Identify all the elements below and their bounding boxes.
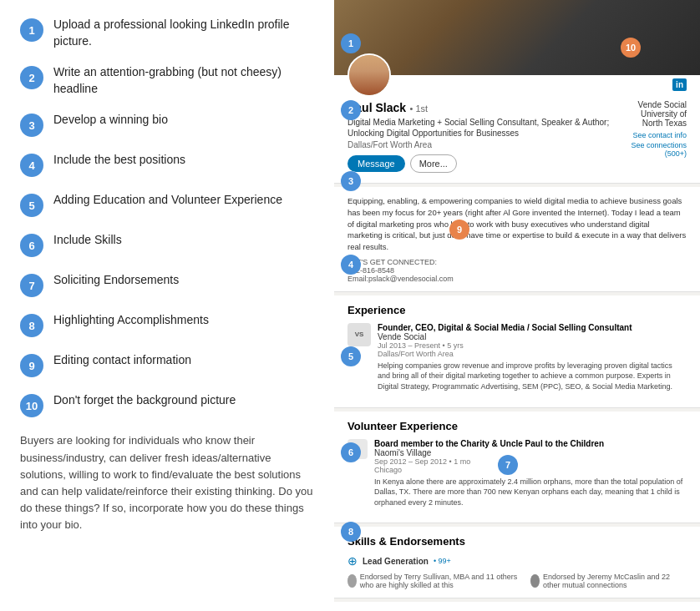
vol-org: Naomi's Village — [374, 448, 687, 457]
experience-item: VS Founder, CEO, Digital & Social Media … — [347, 323, 687, 392]
skill-name: Lead Generation — [363, 557, 429, 566]
about-text: Equipping, enabling, & empowering compan… — [347, 195, 687, 253]
list-item-1: 1 Upload a professional looking LinkedIn… — [20, 17, 314, 49]
list-item-6: 6 Include Skills — [20, 232, 314, 257]
list-text: Editing contact information — [53, 352, 191, 369]
badge-1: 1 — [341, 33, 361, 53]
exp-location: Dallas/Fort Worth Area — [378, 350, 687, 358]
profile-header-bg — [334, 0, 700, 75]
left-panel: 1 Upload a professional looking LinkedIn… — [0, 0, 334, 611]
profile-university: University of North Texas — [627, 109, 687, 128]
skills-section: Skills & Endorsements ⊕ Lead Generation … — [334, 527, 700, 598]
skills-title: Skills & Endorsements — [347, 535, 687, 548]
endorser-1: Endorsed by Terry Sullivan, MBA and 11 o… — [347, 573, 530, 589]
endorsed-row: Endorsed by Terry Sullivan, MBA and 11 o… — [347, 573, 687, 589]
list-number: 4 — [20, 154, 43, 177]
profile-name-row: Paul Slack • 1st — [347, 100, 627, 115]
skill-item: ⊕ Lead Generation • 99+ — [347, 554, 687, 568]
vol-description: In Kenya alone there are approximately 2… — [374, 477, 687, 508]
vol-role: Board member to the Charity & Uncle Paul… — [374, 439, 687, 448]
experience-title: Experience — [347, 304, 687, 316]
profile-photo-face — [349, 55, 389, 95]
exp-logo: VS — [347, 323, 371, 346]
linkedin-screenshot: in Paul Slack • 1st Digital Media Market… — [334, 0, 700, 611]
profile-info: Paul Slack • 1st Digital Media Marketing… — [347, 75, 687, 173]
vol-details: Board member to the Charity & Uncle Paul… — [374, 439, 687, 508]
badge-2: 2 — [341, 100, 361, 120]
list-text: Don't forget the background picture — [53, 392, 236, 409]
exp-details: Founder, CEO, Digital & Social Media / S… — [378, 323, 687, 392]
right-panel: in Paul Slack • 1st Digital Media Market… — [334, 0, 700, 611]
contact-info: LET'S GET CONNECTED: 972-816-8548 Email:… — [347, 258, 687, 283]
list-number: 10 — [20, 394, 43, 417]
list-text: Soliciting Endorsements — [53, 272, 179, 289]
list-number: 2 — [20, 66, 43, 89]
list-text: Develop a winning bio — [53, 112, 168, 129]
exp-role: Founder, CEO, Digital & Social Media / S… — [378, 323, 687, 332]
list-text: Include Skills — [53, 232, 122, 249]
profile-title: Digital Media Marketing + Social Selling… — [347, 117, 627, 139]
accomplishments-section: Accomplishments 2 Publications 8 Easily … — [334, 602, 700, 611]
badge-4: 4 — [341, 255, 361, 275]
badge-9: 9 — [449, 220, 469, 240]
list-text: Include the best positions — [53, 152, 185, 169]
vol-location: Chicago — [374, 466, 687, 474]
badge-7: 7 — [498, 455, 518, 475]
profile-company: Vende Social — [627, 100, 687, 109]
more-button[interactable]: More... — [410, 154, 457, 173]
exp-description: Helping companies grow revenue and impro… — [378, 361, 687, 392]
list-text: Highlighting Accomplishments — [53, 312, 209, 329]
list-number: 3 — [20, 114, 43, 137]
endorser-2: Endorsed by Jeremy McCaslin and 22 other… — [530, 573, 687, 589]
list-item-9: 9 Editing contact information — [20, 352, 314, 377]
exp-dates: Jul 2013 – Present • 5 yrs — [378, 341, 687, 350]
profile-connections[interactable]: See connections (500+) — [627, 141, 687, 158]
list-item-7: 7 Soliciting Endorsements — [20, 272, 314, 297]
list-item-8: 8 Highlighting Accomplishments — [20, 312, 314, 337]
profile-actions: Message More... — [347, 154, 627, 173]
badge-6: 6 — [341, 442, 361, 462]
vol-dates: Sep 2012 – Sep 2012 • 1 mo — [374, 457, 687, 466]
skill-count: • 99+ — [434, 557, 451, 565]
list-item-3: 3 Develop a winning bio — [20, 112, 314, 137]
profile-left: Paul Slack • 1st Digital Media Marketing… — [347, 100, 627, 173]
profile-photo — [347, 53, 391, 97]
badge-5: 5 — [341, 346, 361, 366]
about-section: Equipping, enabling, & empowering compan… — [334, 187, 700, 292]
list-text: Write an attention-grabbing (but not che… — [53, 64, 314, 97]
list-item-4: 4 Include the best positions — [20, 152, 314, 177]
list-text: Upload a professional looking LinkedIn p… — [53, 17, 314, 49]
list-number: 5 — [20, 194, 43, 217]
list-text: Adding Education and Volunteer Experienc… — [53, 192, 282, 209]
badge-10: 10 — [621, 38, 641, 58]
list-item-2: 2 Write an attention-grabbing (but not c… — [20, 64, 314, 97]
badge-8: 8 — [341, 522, 361, 542]
profile-right: Vende Social University of North Texas S… — [627, 100, 687, 173]
profile-contact-link[interactable]: See contact info — [627, 131, 687, 139]
endorser-2-avatar — [530, 574, 540, 588]
volunteer-item: Board member to the Charity & Uncle Paul… — [347, 439, 687, 508]
badge-3: 3 — [341, 171, 361, 191]
list-number: 7 — [20, 274, 43, 297]
bio-text: Buyers are looking for individuals who k… — [20, 432, 314, 533]
message-button[interactable]: Message — [347, 155, 405, 172]
profile-degree: • 1st — [410, 104, 429, 114]
profile-section: in Paul Slack • 1st Digital Media Market… — [334, 75, 700, 184]
profile-location: Dallas/Fort Worth Area — [347, 140, 627, 149]
list-number: 9 — [20, 354, 43, 377]
list-item-10: 10 Don't forget the background picture — [20, 392, 314, 417]
list-item-5: 5 Adding Education and Volunteer Experie… — [20, 192, 314, 217]
list-number: 8 — [20, 314, 43, 337]
experience-section: Experience VS Founder, CEO, Digital & So… — [334, 295, 700, 408]
volunteer-title: Volunteer Experience — [347, 420, 687, 432]
linkedin-badge: in — [672, 78, 687, 91]
endorser-1-avatar — [347, 574, 357, 588]
skill-plus-icon: ⊕ — [347, 554, 358, 568]
exp-company: Vende Social — [378, 332, 687, 341]
list-number: 6 — [20, 234, 43, 257]
list-number: 1 — [20, 18, 43, 42]
